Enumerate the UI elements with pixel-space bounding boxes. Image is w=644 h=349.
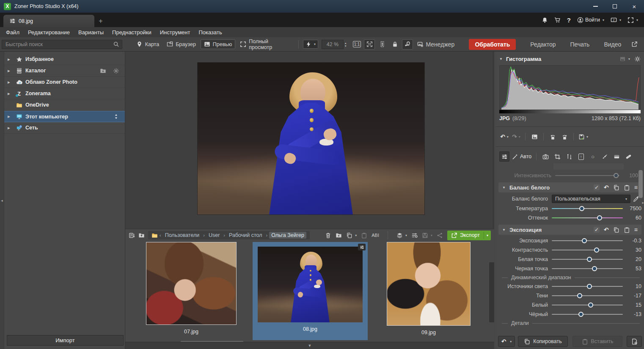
compare-zoom-button[interactable] <box>402 39 413 49</box>
menu-item-5[interactable]: Показать <box>194 29 226 36</box>
map-button[interactable]: Карта <box>133 40 162 49</box>
sidebar-item-2[interactable]: ▶Облако Zoner Photo <box>4 77 125 88</box>
slider-thumb[interactable] <box>578 312 583 317</box>
histogram-mode-button[interactable]: ▾ <box>619 56 630 62</box>
fullscreen-button[interactable]: ▾ <box>627 17 638 23</box>
panel-collapse-handle[interactable]: ◂ <box>0 52 4 349</box>
section-reset-icon[interactable]: ↶ <box>604 184 609 191</box>
section-copy-icon[interactable] <box>613 184 619 191</box>
menu-item-3[interactable]: Преднастройки <box>108 29 156 36</box>
apply-settings-button[interactable] <box>627 336 642 347</box>
close-button[interactable]: × <box>625 0 644 13</box>
section-menu-icon[interactable]: ≡ <box>634 226 638 233</box>
sidebar-item-0[interactable]: ▶Избранное <box>4 54 125 65</box>
slider-track[interactable] <box>552 266 623 272</box>
export-options-icon[interactable]: ▾ <box>484 232 491 239</box>
section-reset-icon[interactable]: ↶ <box>604 226 609 233</box>
thumbnail-07.jpg[interactable]: 07.jpg <box>146 242 237 335</box>
mode-button-3[interactable]: Печать <box>570 41 590 48</box>
folder-up-icon[interactable] <box>138 232 145 239</box>
search-icon[interactable] <box>113 41 119 47</box>
thumbnail-08.jpg[interactable]: 08.jpg <box>253 242 368 340</box>
slider-track[interactable] <box>552 256 623 262</box>
undo-button[interactable]: ↶▾ <box>499 132 509 142</box>
thumbnail-image[interactable] <box>387 242 471 326</box>
slider-track[interactable] <box>552 293 623 299</box>
breadcrumb-back-icon[interactable]: ‹ <box>160 233 161 238</box>
slider-track[interactable] <box>552 247 623 253</box>
sidebar-item-3[interactable]: ▶ZZonerama <box>4 88 125 99</box>
histogram-header[interactable]: ▼ Гистограмма ▾ <box>499 54 641 63</box>
adjustments-tool-button[interactable] <box>499 151 509 162</box>
slider-thumb[interactable] <box>587 284 592 289</box>
section-paste-icon[interactable] <box>624 227 630 233</box>
auto-enhance-button[interactable]: Авто <box>511 151 532 162</box>
fit-height-button[interactable] <box>377 39 388 49</box>
new-tab-button[interactable]: + <box>94 15 107 27</box>
redo-button[interactable]: ↷▾ <box>511 132 521 142</box>
crop-tool-button[interactable] <box>552 151 562 162</box>
thumbnail-image[interactable] <box>258 247 363 322</box>
paste-files-icon[interactable] <box>361 232 367 239</box>
exposure-header[interactable]: ▼ Экспозиция ✓ ↶ ≡ <box>498 225 641 235</box>
workspace-switch-button[interactable]: 2 ▾ <box>611 17 621 23</box>
slider-thumb[interactable] <box>577 293 582 298</box>
slider-thumb[interactable] <box>594 247 599 253</box>
thumbnail-image[interactable] <box>146 242 237 325</box>
slider-track[interactable] <box>552 238 623 244</box>
open-external-button[interactable] <box>629 39 640 49</box>
breadcrumb-item-1[interactable]: User <box>206 232 222 239</box>
cart-icon[interactable] <box>554 17 561 23</box>
tab-active[interactable]: 08.jpg <box>3 15 94 27</box>
filmstrip-collapse-bar[interactable]: ▼ <box>125 342 494 349</box>
slider-value[interactable]: -0.3 <box>623 238 641 244</box>
share-icon[interactable] <box>437 232 443 239</box>
section-enabled-checkbox[interactable]: ✓ <box>594 184 600 190</box>
notifications-bell-icon[interactable] <box>542 17 548 23</box>
expander-icon[interactable]: ▶ <box>8 126 14 130</box>
expander-icon[interactable]: ▶ <box>8 92 14 96</box>
section-menu-icon[interactable]: ≡ <box>634 184 638 191</box>
white-balance-select[interactable]: Пользовательская ▾ <box>552 195 630 203</box>
menu-item-0[interactable]: Файл <box>2 29 24 36</box>
export-button[interactable]: Экспорт ▾ <box>447 231 491 240</box>
sort-order-icon[interactable] <box>129 232 135 239</box>
breadcrumb-item-3[interactable]: Ольга Зейгер <box>269 232 306 239</box>
lock-zoom-button[interactable] <box>389 39 400 49</box>
deform-tool-button[interactable]: ↑ <box>576 151 586 162</box>
slider-thumb[interactable] <box>579 206 584 211</box>
section-copy-icon[interactable] <box>613 227 619 233</box>
slider-track[interactable] <box>552 206 623 212</box>
new-folder-icon[interactable] <box>336 232 342 239</box>
sidebar-item-5[interactable]: ▶Этот компьютер <box>4 111 125 122</box>
slider-value[interactable]: 10 <box>623 283 641 289</box>
vertical-scrollbar[interactable] <box>638 170 643 198</box>
menu-item-2[interactable]: Варианты <box>74 29 108 36</box>
paste-adjustments-button[interactable]: Вставить <box>572 336 622 347</box>
menu-item-1[interactable]: Редактирование <box>24 29 74 36</box>
slider-value[interactable]: 53 <box>623 266 641 272</box>
slider-value[interactable]: -13 <box>623 311 641 317</box>
thumbnail-09.jpg[interactable]: 09.jpg <box>386 242 471 335</box>
fit-to-window-button[interactable] <box>364 39 375 49</box>
sidebar-item-6[interactable]: ▶Сеть <box>4 122 125 134</box>
filter-settings-icon[interactable] <box>411 232 418 239</box>
show-original-button[interactable] <box>529 132 539 142</box>
search-input[interactable] <box>2 41 113 47</box>
slider-thumb[interactable] <box>597 215 602 220</box>
slider-value[interactable]: -17 <box>623 293 641 299</box>
slider-value[interactable]: 60 <box>623 215 641 221</box>
white-balance-header[interactable]: ▼ Баланс белого ✓ ↶ ≡ <box>498 182 641 192</box>
import-button[interactable]: Импорт <box>7 335 124 346</box>
histogram-settings-icon[interactable] <box>634 56 641 62</box>
preview-photo[interactable] <box>198 63 424 214</box>
undo-adjustments-button[interactable]: ↶▾ <box>498 336 515 347</box>
slider-track[interactable] <box>552 283 623 289</box>
panel-expand-handle[interactable]: ▸ <box>642 201 644 205</box>
section-enabled-checkbox[interactable]: ✓ <box>594 227 600 233</box>
breadcrumb-item-2[interactable]: Рабочий стол <box>227 232 264 239</box>
browser-button[interactable]: Браузер <box>164 40 199 49</box>
copy-files-button[interactable]: ▾ <box>346 232 357 239</box>
slider-track[interactable] <box>552 311 623 317</box>
slider-value[interactable]: 20 <box>623 256 641 262</box>
